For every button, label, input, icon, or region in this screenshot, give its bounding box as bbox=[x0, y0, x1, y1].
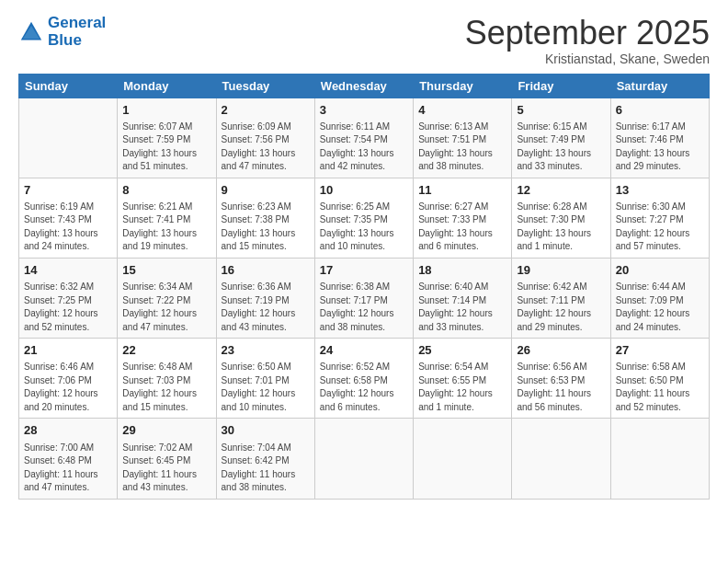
logo-text-general: General bbox=[48, 15, 106, 32]
day-info: Sunrise: 6:58 AMSunset: 6:50 PMDaylight:… bbox=[616, 361, 704, 414]
day-info: Sunrise: 6:48 AMSunset: 7:03 PMDaylight:… bbox=[122, 361, 210, 414]
day-number: 24 bbox=[320, 342, 408, 359]
calendar-cell: 7Sunrise: 6:19 AMSunset: 7:43 PMDaylight… bbox=[19, 178, 118, 258]
day-number: 26 bbox=[517, 342, 605, 359]
day-info: Sunrise: 6:36 AMSunset: 7:19 PMDaylight:… bbox=[222, 281, 310, 334]
day-info: Sunrise: 6:28 AMSunset: 7:30 PMDaylight:… bbox=[517, 201, 605, 254]
calendar-cell: 3Sunrise: 6:11 AMSunset: 7:54 PMDaylight… bbox=[314, 98, 413, 178]
day-number: 30 bbox=[222, 422, 310, 439]
page: General Blue September 2025 Kristianstad… bbox=[0, 0, 728, 563]
day-info: Sunrise: 6:46 AMSunset: 7:06 PMDaylight:… bbox=[24, 361, 112, 414]
day-info: Sunrise: 6:13 AMSunset: 7:51 PMDaylight:… bbox=[418, 121, 506, 174]
day-info: Sunrise: 6:42 AMSunset: 7:11 PMDaylight:… bbox=[517, 281, 605, 334]
day-number: 20 bbox=[616, 262, 704, 279]
calendar-cell: 17Sunrise: 6:38 AMSunset: 7:17 PMDayligh… bbox=[314, 258, 413, 338]
day-number: 17 bbox=[320, 262, 408, 279]
calendar-cell: 22Sunrise: 6:48 AMSunset: 7:03 PMDayligh… bbox=[118, 339, 216, 419]
calendar-cell bbox=[414, 419, 512, 499]
day-number: 15 bbox=[122, 262, 210, 279]
calendar-cell bbox=[610, 419, 709, 499]
calendar-cell bbox=[512, 419, 610, 499]
day-number: 21 bbox=[24, 342, 112, 359]
calendar-header-row: SundayMondayTuesdayWednesdayThursdayFrid… bbox=[19, 74, 710, 98]
day-info: Sunrise: 6:32 AMSunset: 7:25 PMDaylight:… bbox=[24, 281, 112, 334]
day-info: Sunrise: 6:27 AMSunset: 7:33 PMDaylight:… bbox=[418, 201, 506, 254]
day-header-tuesday: Tuesday bbox=[216, 74, 314, 98]
calendar-cell: 12Sunrise: 6:28 AMSunset: 7:30 PMDayligh… bbox=[512, 178, 610, 258]
calendar-cell: 14Sunrise: 6:32 AMSunset: 7:25 PMDayligh… bbox=[19, 258, 118, 338]
day-number: 29 bbox=[122, 422, 210, 439]
day-number: 12 bbox=[517, 182, 605, 199]
calendar-cell: 5Sunrise: 6:15 AMSunset: 7:49 PMDaylight… bbox=[512, 98, 610, 178]
day-info: Sunrise: 7:00 AMSunset: 6:48 PMDaylight:… bbox=[24, 442, 112, 495]
day-header-friday: Friday bbox=[512, 74, 610, 98]
calendar-cell: 23Sunrise: 6:50 AMSunset: 7:01 PMDayligh… bbox=[216, 339, 314, 419]
calendar-cell: 10Sunrise: 6:25 AMSunset: 7:35 PMDayligh… bbox=[314, 178, 413, 258]
day-info: Sunrise: 6:44 AMSunset: 7:09 PMDaylight:… bbox=[616, 281, 704, 334]
calendar-cell: 28Sunrise: 7:00 AMSunset: 6:48 PMDayligh… bbox=[19, 419, 118, 499]
day-number: 18 bbox=[418, 262, 506, 279]
day-info: Sunrise: 6:19 AMSunset: 7:43 PMDaylight:… bbox=[24, 201, 112, 254]
calendar-cell: 18Sunrise: 6:40 AMSunset: 7:14 PMDayligh… bbox=[414, 258, 512, 338]
calendar-cell: 30Sunrise: 7:04 AMSunset: 6:42 PMDayligh… bbox=[216, 419, 314, 499]
day-number: 16 bbox=[222, 262, 310, 279]
day-header-wednesday: Wednesday bbox=[314, 74, 413, 98]
day-info: Sunrise: 6:25 AMSunset: 7:35 PMDaylight:… bbox=[320, 201, 408, 254]
calendar-week-2: 7Sunrise: 6:19 AMSunset: 7:43 PMDaylight… bbox=[19, 178, 710, 258]
day-info: Sunrise: 7:02 AMSunset: 6:45 PMDaylight:… bbox=[122, 442, 210, 495]
calendar-cell: 15Sunrise: 6:34 AMSunset: 7:22 PMDayligh… bbox=[118, 258, 216, 338]
day-number: 9 bbox=[222, 182, 310, 199]
day-number: 14 bbox=[24, 262, 112, 279]
day-number: 25 bbox=[418, 342, 506, 359]
calendar-cell: 20Sunrise: 6:44 AMSunset: 7:09 PMDayligh… bbox=[610, 258, 709, 338]
calendar-week-4: 21Sunrise: 6:46 AMSunset: 7:06 PMDayligh… bbox=[19, 339, 710, 419]
day-number: 7 bbox=[24, 182, 112, 199]
day-number: 11 bbox=[418, 182, 506, 199]
day-number: 22 bbox=[122, 342, 210, 359]
calendar-week-1: 1Sunrise: 6:07 AMSunset: 7:59 PMDaylight… bbox=[19, 98, 710, 178]
day-number: 6 bbox=[616, 102, 704, 119]
calendar-week-5: 28Sunrise: 7:00 AMSunset: 6:48 PMDayligh… bbox=[19, 419, 710, 499]
day-number: 4 bbox=[418, 102, 506, 119]
calendar-cell bbox=[314, 419, 413, 499]
day-info: Sunrise: 6:23 AMSunset: 7:38 PMDaylight:… bbox=[222, 201, 310, 254]
calendar-cell: 4Sunrise: 6:13 AMSunset: 7:51 PMDaylight… bbox=[414, 98, 512, 178]
calendar-cell: 1Sunrise: 6:07 AMSunset: 7:59 PMDaylight… bbox=[118, 98, 216, 178]
calendar-cell: 29Sunrise: 7:02 AMSunset: 6:45 PMDayligh… bbox=[118, 419, 216, 499]
day-number: 5 bbox=[517, 102, 605, 119]
calendar-cell: 25Sunrise: 6:54 AMSunset: 6:55 PMDayligh… bbox=[414, 339, 512, 419]
day-info: Sunrise: 6:54 AMSunset: 6:55 PMDaylight:… bbox=[418, 361, 506, 414]
day-header-thursday: Thursday bbox=[414, 74, 512, 98]
day-info: Sunrise: 6:21 AMSunset: 7:41 PMDaylight:… bbox=[122, 201, 210, 254]
calendar-cell: 26Sunrise: 6:56 AMSunset: 6:53 PMDayligh… bbox=[512, 339, 610, 419]
day-header-monday: Monday bbox=[118, 74, 216, 98]
day-info: Sunrise: 6:11 AMSunset: 7:54 PMDaylight:… bbox=[320, 121, 408, 174]
day-info: Sunrise: 6:50 AMSunset: 7:01 PMDaylight:… bbox=[222, 361, 310, 414]
day-number: 10 bbox=[320, 182, 408, 199]
month-title: September 2025 bbox=[465, 15, 710, 52]
day-info: Sunrise: 6:30 AMSunset: 7:27 PMDaylight:… bbox=[616, 201, 704, 254]
title-block: September 2025 Kristianstad, Skane, Swed… bbox=[465, 15, 710, 66]
day-number: 28 bbox=[24, 422, 112, 439]
calendar-cell: 16Sunrise: 6:36 AMSunset: 7:19 PMDayligh… bbox=[216, 258, 314, 338]
day-info: Sunrise: 6:34 AMSunset: 7:22 PMDaylight:… bbox=[122, 281, 210, 334]
day-number: 2 bbox=[222, 102, 310, 119]
logo: General Blue bbox=[18, 15, 106, 49]
day-info: Sunrise: 6:17 AMSunset: 7:46 PMDaylight:… bbox=[616, 121, 704, 174]
day-info: Sunrise: 6:56 AMSunset: 6:53 PMDaylight:… bbox=[517, 361, 605, 414]
calendar-cell: 9Sunrise: 6:23 AMSunset: 7:38 PMDaylight… bbox=[216, 178, 314, 258]
day-info: Sunrise: 6:38 AMSunset: 7:17 PMDaylight:… bbox=[320, 281, 408, 334]
day-info: Sunrise: 6:40 AMSunset: 7:14 PMDaylight:… bbox=[418, 281, 506, 334]
day-info: Sunrise: 7:04 AMSunset: 6:42 PMDaylight:… bbox=[222, 442, 310, 495]
logo-text-blue: Blue bbox=[48, 32, 106, 50]
calendar-cell: 8Sunrise: 6:21 AMSunset: 7:41 PMDaylight… bbox=[118, 178, 216, 258]
day-number: 27 bbox=[616, 342, 704, 359]
subtitle: Kristianstad, Skane, Sweden bbox=[465, 52, 710, 66]
calendar-cell: 27Sunrise: 6:58 AMSunset: 6:50 PMDayligh… bbox=[610, 339, 709, 419]
day-header-saturday: Saturday bbox=[610, 74, 709, 98]
calendar-cell: 13Sunrise: 6:30 AMSunset: 7:27 PMDayligh… bbox=[610, 178, 709, 258]
day-info: Sunrise: 6:15 AMSunset: 7:49 PMDaylight:… bbox=[517, 121, 605, 174]
day-info: Sunrise: 6:09 AMSunset: 7:56 PMDaylight:… bbox=[222, 121, 310, 174]
calendar-table: SundayMondayTuesdayWednesdayThursdayFrid… bbox=[18, 74, 710, 500]
day-number: 23 bbox=[222, 342, 310, 359]
